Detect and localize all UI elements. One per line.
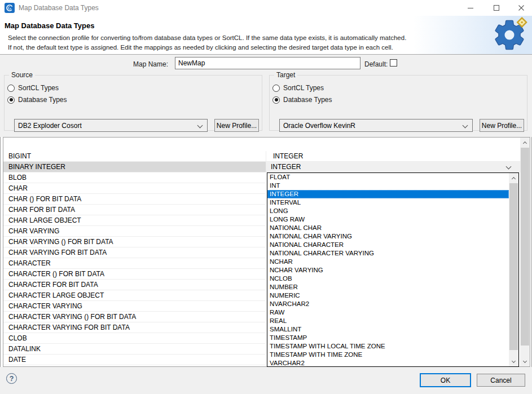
dropdown-item-label: RAW — [270, 309, 284, 316]
scroll-up-arrow-icon[interactable] — [509, 173, 518, 183]
default-label: Default: — [364, 60, 388, 68]
map-name-input[interactable] — [175, 57, 360, 69]
settings-panel: Map Name: Default: Source SortCL Types D… — [0, 55, 532, 137]
source-type-row[interactable]: CHARACTER VARYING () FOR BIT DATA — [3, 312, 266, 322]
dropdown-item[interactable]: RAW — [267, 308, 509, 317]
map-database-data-types-dialog: Map Database Data Types Map Database Dat… — [0, 0, 532, 394]
source-type-row[interactable]: CLOB — [3, 333, 266, 344]
target-new-profile-button[interactable]: New Profile... — [480, 119, 524, 132]
scroll-up-arrow-icon[interactable] — [520, 138, 530, 147]
dropdown-scrollbar[interactable] — [509, 173, 518, 366]
source-type-row[interactable]: DATE — [3, 355, 266, 365]
help-icon[interactable]: ? — [6, 373, 17, 384]
source-type-row[interactable]: CHARACTER VARYING — [3, 301, 266, 312]
dropdown-item[interactable]: TIMESTAMP WITH TIME ZONE — [267, 351, 509, 359]
source-type-row[interactable]: CHARACTER () FOR BIT DATA — [3, 269, 266, 280]
source-type-label: CHARACTER VARYING () FOR BIT DATA — [8, 313, 136, 321]
source-type-row[interactable]: BIGINT — [3, 151, 266, 162]
dropdown-item[interactable]: INTEGER — [267, 190, 509, 198]
table-scrollbar[interactable] — [520, 138, 530, 366]
source-type-row[interactable]: CHAR () FOR BIT DATA — [3, 194, 266, 205]
radio-icon[interactable] — [7, 96, 15, 104]
scroll-down-arrow-icon[interactable] — [520, 357, 530, 366]
button-bar: ? OK Cancel — [0, 367, 532, 394]
dropdown-item-label: INTEGER — [270, 191, 298, 197]
source-type-label: CHARACTER VARYING — [8, 302, 82, 310]
dropdown-item[interactable]: SMALLINT — [267, 325, 509, 334]
scroll-down-arrow-icon[interactable] — [509, 357, 518, 366]
target-sortcl-label: SortCL Types — [283, 84, 324, 92]
dropdown-item-label: VARCHAR2 — [270, 360, 305, 366]
source-type-row[interactable]: CHAR — [3, 183, 266, 194]
dropdown-item-label: NATIONAL CHAR — [270, 224, 322, 231]
default-checkbox[interactable] — [390, 59, 397, 67]
titlebar[interactable]: Map Database Data Types — [0, 0, 532, 16]
dropdown-item-label: SMALLINT — [270, 326, 301, 333]
target-sortcl-radio[interactable]: SortCL Types — [272, 83, 324, 92]
scrollbar-thumb[interactable] — [521, 148, 529, 346]
dropdown-item-label: TIMESTAMP WITH LOCAL TIME ZONE — [270, 343, 385, 349]
target-type-combobox-cell[interactable]: INTEGER — [266, 162, 521, 172]
ok-button[interactable]: OK — [420, 373, 471, 387]
source-type-row[interactable]: CHARACTER LARGE OBJECT — [3, 290, 266, 301]
close-button[interactable] — [512, 0, 531, 16]
target-database-radio[interactable]: Database Types — [272, 95, 332, 104]
dropdown-item[interactable]: NCHAR VARYING — [267, 266, 509, 275]
dropdown-item[interactable]: INT — [267, 181, 509, 190]
dropdown-item[interactable]: FLOAT — [267, 173, 509, 181]
dropdown-item-label: TIMESTAMP — [270, 334, 307, 341]
dropdown-item[interactable]: VARCHAR2 — [267, 359, 509, 366]
source-type-row[interactable]: BLOB — [3, 172, 266, 183]
new-profile-label: New Profile... — [482, 122, 522, 130]
dropdown-item[interactable]: NCLOB — [267, 275, 509, 283]
dropdown-item[interactable]: INTERVAL — [267, 198, 509, 207]
dropdown-item[interactable]: NATIONAL CHARACTER — [267, 241, 509, 249]
page-title: Map Database Data Types — [5, 21, 94, 30]
radio-icon[interactable] — [272, 85, 280, 92]
source-type-label: CHARACTER LARGE OBJECT — [8, 291, 104, 299]
source-new-profile-button[interactable]: New Profile... — [214, 119, 259, 132]
source-type-row[interactable]: BINARY INTEGER — [3, 162, 266, 172]
dropdown-item-label: NUMBER — [270, 284, 298, 290]
dropdown-item[interactable]: NATIONAL CHAR VARYING — [267, 232, 509, 241]
dropdown-item[interactable]: TIMESTAMP WITH LOCAL TIME ZONE — [267, 342, 509, 351]
source-type-row[interactable]: CHAR LARGE OBJECT — [3, 215, 266, 226]
source-type-row[interactable]: CHARACTER VARYING FOR BIT DATA — [3, 322, 266, 333]
source-type-row[interactable]: DATALINK — [3, 344, 266, 355]
radio-icon[interactable] — [272, 96, 280, 104]
source-type-row[interactable]: CHAR VARYING FOR BIT DATA — [3, 247, 266, 258]
source-type-row[interactable]: CHARACTER FOR BIT DATA — [3, 280, 266, 290]
maximize-button[interactable] — [487, 0, 506, 16]
dropdown-item[interactable]: NCHAR — [267, 258, 509, 266]
source-type-label: CHAR — [8, 184, 28, 192]
dropdown-item[interactable]: NVARCHAR2 — [267, 300, 509, 308]
cancel-button[interactable]: Cancel — [477, 374, 525, 387]
dropdown-item[interactable]: LONG — [267, 207, 509, 215]
dropdown-item-label: LONG — [270, 207, 288, 214]
target-profile-combobox[interactable]: Oracle Overflow KevinR — [279, 119, 473, 132]
dropdown-item[interactable]: NUMERIC — [267, 291, 509, 300]
map-name-label: Map Name: — [133, 60, 168, 68]
minimize-button[interactable] — [461, 0, 480, 16]
source-sortcl-radio[interactable]: SortCL Types — [7, 83, 59, 92]
dropdown-item[interactable]: LONG RAW — [267, 215, 509, 224]
dropdown-item-label: NATIONAL CHAR VARYING — [270, 233, 352, 240]
source-type-row[interactable]: CHARACTER — [3, 258, 266, 269]
source-group: Source SortCL Types Database Types DB2 E… — [4, 75, 262, 131]
source-profile-combobox[interactable]: DB2 Exploder Cosort — [14, 119, 208, 132]
chevron-down-icon — [463, 123, 468, 129]
source-database-radio[interactable]: Database Types — [7, 95, 67, 104]
chevron-down-icon — [506, 164, 512, 170]
target-type-row[interactable]: INTEGER — [266, 151, 521, 162]
dropdown-item[interactable]: NATIONAL CHARACTER VARYING — [267, 249, 509, 258]
dropdown-item[interactable]: REAL — [267, 317, 509, 325]
dropdown-item[interactable]: TIMESTAMP — [267, 334, 509, 342]
radio-icon[interactable] — [7, 85, 15, 92]
scrollbar-thumb[interactable] — [509, 183, 518, 350]
source-type-row[interactable]: CHAR VARYING () FOR BIT DATA — [3, 237, 266, 247]
dropdown-item[interactable]: NATIONAL CHAR — [267, 224, 509, 232]
dropdown-item[interactable]: NUMBER — [267, 283, 509, 291]
source-profile-value: DB2 Exploder Cosort — [18, 122, 82, 130]
source-type-row[interactable]: CHAR FOR BIT DATA — [3, 205, 266, 215]
source-type-row[interactable]: CHAR VARYING — [3, 226, 266, 237]
